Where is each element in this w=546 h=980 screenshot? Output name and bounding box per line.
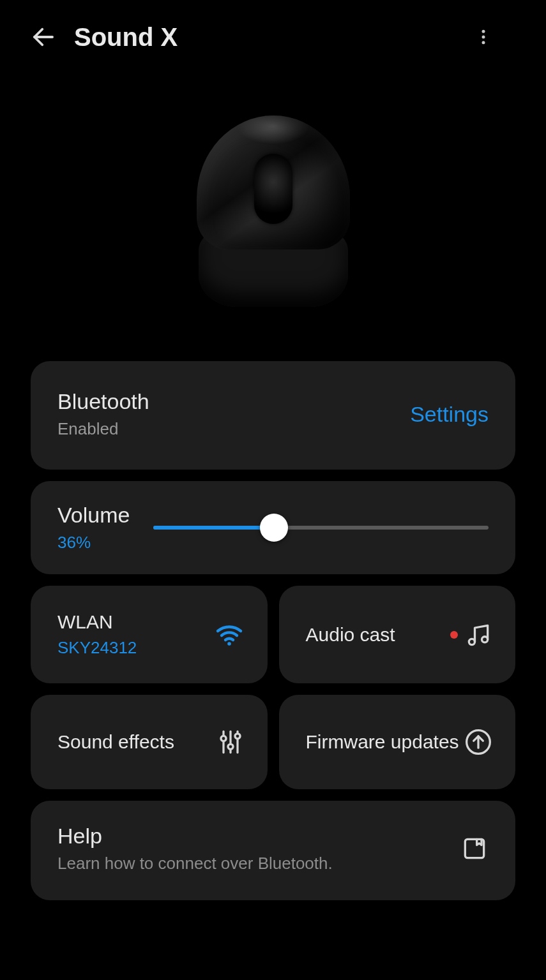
firmware-updates-tile[interactable]: Firmware updates [279, 695, 516, 789]
help-subtitle: Learn how to connect over Bluetooth. [57, 854, 333, 873]
svg-point-5 [469, 639, 474, 644]
sound-effects-label: Sound effects [57, 731, 174, 753]
upload-circle-icon [464, 728, 492, 756]
wlan-label: WLAN [57, 611, 137, 633]
bluetooth-card[interactable]: Bluetooth Enabled Settings [31, 361, 515, 470]
bluetooth-settings-link[interactable]: Settings [410, 402, 489, 427]
manual-icon [460, 835, 489, 863]
audio-cast-tile[interactable]: Audio cast [279, 586, 516, 683]
sound-effects-tile[interactable]: Sound effects [31, 695, 268, 789]
header-bar: Sound X [0, 0, 546, 61]
firmware-label: Firmware updates [306, 731, 459, 753]
notification-dot-icon [450, 631, 458, 639]
volume-slider[interactable] [153, 515, 489, 540]
equalizer-icon [216, 728, 245, 756]
volume-card: Volume 36% [31, 481, 515, 574]
help-card[interactable]: Help Learn how to connect over Bluetooth… [31, 801, 515, 900]
svg-point-12 [234, 734, 239, 739]
svg-point-4 [227, 642, 231, 646]
more-menu-button[interactable] [466, 19, 501, 55]
volume-percent: 36% [57, 533, 153, 553]
back-button[interactable] [26, 19, 61, 55]
bluetooth-title: Bluetooth [57, 389, 149, 414]
more-vertical-icon [474, 24, 493, 50]
wlan-ssid: SKY24312 [57, 638, 137, 658]
page-title: Sound X [74, 23, 178, 52]
svg-point-10 [227, 744, 232, 749]
device-settings-screen: Sound X Bluetooth Enabled Settings Volum… [0, 0, 546, 980]
wlan-tile[interactable]: WLAN SKY24312 [31, 586, 268, 683]
svg-point-6 [482, 636, 488, 642]
volume-label: Volume [57, 503, 153, 528]
volume-thumb[interactable] [260, 514, 288, 542]
back-arrow-icon [30, 24, 57, 50]
music-note-icon [464, 621, 492, 649]
bluetooth-status: Enabled [57, 419, 149, 439]
svg-point-3 [482, 41, 485, 44]
speaker-image [197, 115, 350, 307]
audio-cast-label: Audio cast [306, 624, 395, 646]
help-title: Help [57, 824, 333, 849]
volume-track-fill [153, 526, 274, 530]
svg-point-8 [220, 736, 225, 741]
svg-point-1 [482, 30, 485, 33]
product-image-area [0, 61, 546, 361]
svg-point-2 [482, 36, 485, 39]
wifi-icon [214, 620, 245, 650]
